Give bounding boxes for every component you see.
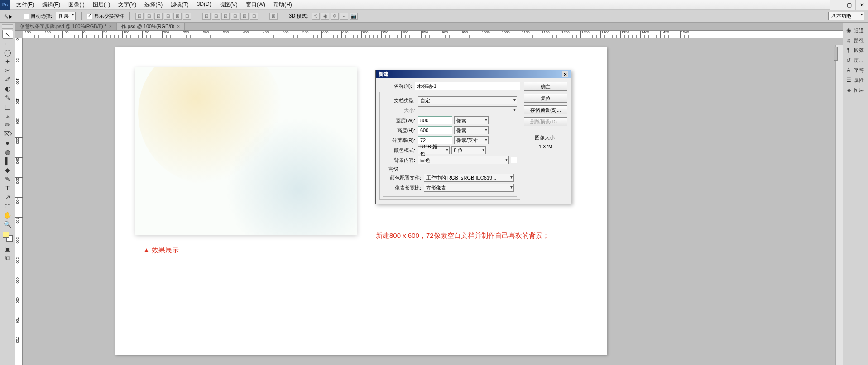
menu-item[interactable]: 选择(S) (144, 1, 163, 9)
bgcontent-dropdown[interactable]: 白色 (418, 156, 509, 164)
panel-tab[interactable]: ◈图层 (843, 85, 868, 95)
dialog-titlebar[interactable]: 新建 ✕ (376, 70, 571, 78)
tool-button[interactable]: T (2, 184, 13, 193)
colormode-label: 颜色模式: (383, 147, 418, 154)
tool-button[interactable]: ⬚ (2, 202, 13, 211)
align-icon[interactable]: ⊞ (173, 13, 182, 20)
tool-button[interactable]: ● (2, 138, 13, 147)
menu-item[interactable]: 窗口(W) (246, 1, 265, 9)
tool-button[interactable]: ⌦ (2, 129, 13, 138)
panel-tab[interactable]: ¶段落 (843, 45, 868, 55)
tool-button[interactable]: ✋ (2, 211, 13, 220)
advanced-label: 高级 (387, 166, 400, 173)
panel-tab[interactable]: ◉通道 (843, 25, 868, 35)
tool-button[interactable]: ▤ (2, 102, 13, 111)
tool-button[interactable]: ⟁ (2, 111, 13, 120)
distribute-icon[interactable]: ⊟ (202, 13, 211, 20)
aspect-dropdown[interactable]: 方形像素 (424, 184, 514, 192)
workspace-dropdown[interactable]: 基本功能 (828, 12, 864, 20)
menu-item[interactable]: 文字(Y) (118, 1, 136, 9)
height-unit-dropdown[interactable]: 像素 (454, 126, 489, 134)
window-button[interactable]: ▢ (843, 0, 855, 10)
height-input[interactable] (418, 126, 452, 134)
tool-button[interactable]: ✎ (2, 93, 13, 102)
tool-button[interactable]: ↗ (2, 193, 13, 202)
tool-button[interactable]: ↖ (2, 30, 13, 39)
panel-tab[interactable]: ⎌路径 (843, 35, 868, 45)
ok-button[interactable]: 确定 (524, 82, 567, 91)
menu-item[interactable]: 帮助(H) (273, 1, 292, 9)
show-transform-checkbox[interactable]: ✓ (87, 14, 92, 19)
toolbox-handle[interactable] (2, 24, 13, 29)
window-button[interactable]: ✕ (855, 0, 868, 10)
tab-close-icon[interactable]: × (109, 24, 112, 29)
tool-button[interactable]: ✏ (2, 120, 13, 129)
auto-select-dropdown[interactable]: 图层 (56, 12, 76, 20)
menu-item[interactable]: 图层(L) (93, 1, 110, 9)
color-swatches[interactable] (3, 232, 13, 242)
tool-button[interactable]: ▌ (2, 156, 13, 166)
3d-pan-icon[interactable]: ✥ (331, 13, 339, 20)
document-tab[interactable]: 创意线条字步骤.psd @ 100%(RGB/8) *× (15, 23, 117, 30)
menu-item[interactable]: 图像(I) (68, 1, 84, 9)
menu-item[interactable]: 编辑(E) (42, 1, 60, 9)
tool-button[interactable]: ◆ (2, 166, 13, 175)
distribute-icon[interactable]: ⊡ (221, 13, 230, 20)
distribute-icon[interactable]: ⊟ (231, 13, 239, 20)
3d-slide-icon[interactable]: ↔ (340, 13, 348, 20)
bgcolor-swatch[interactable] (511, 157, 517, 163)
tool-button[interactable]: ✎ (2, 175, 13, 184)
width-unit-dropdown[interactable]: 像素 (454, 116, 489, 124)
reset-button[interactable]: 复位 (524, 94, 567, 103)
resolution-unit-dropdown[interactable]: 像素/英寸 (454, 136, 489, 144)
document-tab[interactable]: 作.psd @ 100%(RGB/8)× (117, 23, 185, 30)
align-icon[interactable]: ⊟ (164, 13, 172, 20)
panel-tab[interactable]: ☰属性 (843, 75, 868, 85)
menu-item[interactable]: 3D(D) (197, 1, 211, 9)
screenmode-icon[interactable]: ⧉ (2, 253, 13, 262)
tool-button[interactable]: ◐ (2, 84, 13, 93)
window-button[interactable]: — (830, 0, 843, 10)
align-icon[interactable]: ⊡ (183, 13, 191, 20)
3d-camera-icon[interactable]: 📷 (350, 13, 358, 20)
menu-item[interactable]: 滤镜(T) (171, 1, 188, 9)
dialog-close-button[interactable]: ✕ (562, 71, 568, 77)
tool-button[interactable]: ▭ (2, 39, 13, 48)
distribute-icon[interactable]: ⊞ (212, 13, 220, 20)
auto-select-checkbox[interactable] (24, 14, 29, 19)
distribute-icon[interactable]: ⊞ (240, 13, 249, 20)
tool-button[interactable]: ✂ (2, 66, 13, 75)
distribute-icon[interactable]: ⊡ (250, 13, 258, 20)
3d-orbit-icon[interactable]: ⟲ (312, 13, 320, 20)
menu-item[interactable]: 文件(F) (16, 1, 34, 9)
width-input[interactable] (418, 116, 452, 124)
save-preset-button[interactable]: 存储预设(S)... (524, 105, 567, 114)
menu-item[interactable]: 视图(V) (220, 1, 238, 9)
document-tabs: 创意线条字步骤.psd @ 100%(RGB/8) *×作.psd @ 100%… (15, 23, 843, 31)
vertical-scrollbar[interactable] (835, 45, 843, 365)
colormode-dropdown[interactable]: RGB 颜色 (418, 146, 450, 154)
foreground-color-swatch[interactable] (3, 232, 9, 238)
profile-dropdown[interactable]: 工作中的 RGB: sRGB IEC619... (424, 174, 514, 182)
3d-roll-icon[interactable]: ◉ (321, 13, 329, 20)
panel-tab[interactable]: A字符 (843, 65, 868, 75)
panel-collapse-toggle[interactable] (834, 47, 838, 61)
align-icon[interactable]: ⊡ (154, 13, 163, 20)
doctype-dropdown[interactable]: 自定 (418, 96, 517, 104)
quickmask-icon[interactable]: ▣ (2, 244, 13, 253)
colordepth-dropdown[interactable]: 8 位 (451, 146, 486, 154)
align-icon[interactable]: ⊞ (145, 13, 153, 20)
align-icon[interactable]: ⊟ (135, 13, 144, 20)
resolution-label: 分辨率(R): (383, 137, 418, 144)
tool-button[interactable]: ◯ (2, 48, 13, 57)
tab-close-icon[interactable]: × (177, 24, 180, 29)
canvas-viewport[interactable]: 效果展示 新建 ✕ 名称(N): (23, 38, 843, 365)
tool-button[interactable]: 🔍 (2, 220, 13, 229)
panel-tab[interactable]: ↺历... (843, 55, 868, 65)
name-input[interactable] (415, 82, 520, 90)
tool-button[interactable]: ◍ (2, 147, 13, 156)
tool-button[interactable]: ✦ (2, 57, 13, 66)
delete-preset-button: 删除预设(D)... (524, 117, 567, 126)
auto-align-icon[interactable]: ⊞ (269, 13, 278, 20)
tool-button[interactable]: ✐ (2, 75, 13, 84)
